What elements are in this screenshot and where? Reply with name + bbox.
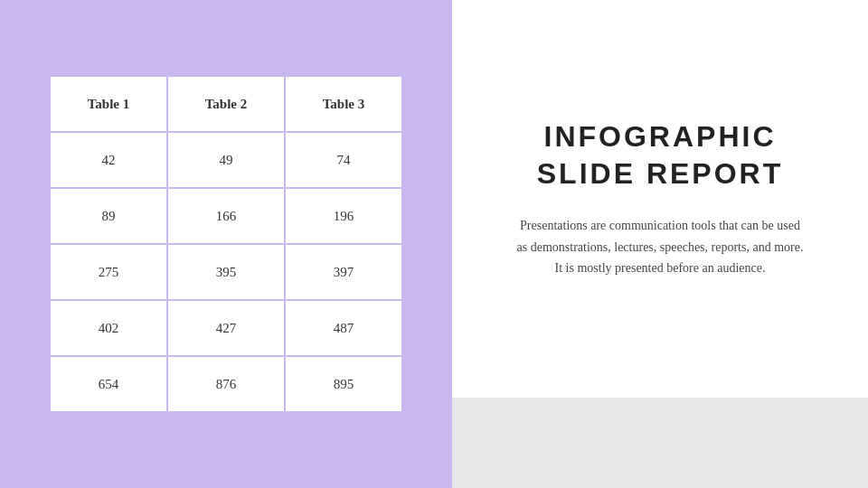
table-cell-r3-c2: 487: [285, 300, 402, 356]
table-cell-r2-c1: 395: [167, 244, 285, 300]
column-header-3: Table 3: [285, 76, 402, 132]
table-cell-r1-c2: 196: [285, 188, 402, 244]
left-panel: Table 1 Table 2 Table 3 4249748916619627…: [0, 0, 452, 488]
table-cell-r0-c0: 42: [50, 132, 167, 188]
table-cell-r4-c2: 895: [285, 356, 402, 412]
table-cell-r2-c0: 275: [50, 244, 167, 300]
table-cell-r3-c1: 427: [167, 300, 285, 356]
data-table: Table 1 Table 2 Table 3 4249748916619627…: [49, 75, 403, 413]
table-cell-r1-c1: 166: [167, 188, 285, 244]
slide-title: INFOGRAPHIC SLIDE REPORT: [537, 118, 783, 193]
right-top: INFOGRAPHIC SLIDE REPORT Presentations a…: [452, 0, 868, 398]
right-panel: INFOGRAPHIC SLIDE REPORT Presentations a…: [452, 0, 868, 488]
table-cell-r3-c0: 402: [50, 300, 167, 356]
table-cell-r4-c0: 654: [50, 356, 167, 412]
table-cell-r2-c2: 397: [285, 244, 402, 300]
table-cell-r4-c1: 876: [167, 356, 285, 412]
right-bottom-gray: [452, 398, 868, 488]
table-cell-r0-c1: 49: [167, 132, 285, 188]
column-header-1: Table 1: [50, 76, 167, 132]
table-cell-r0-c2: 74: [285, 132, 402, 188]
table-cell-r1-c0: 89: [50, 188, 167, 244]
column-header-2: Table 2: [167, 76, 285, 132]
slide-description: Presentations are communication tools th…: [515, 215, 805, 279]
